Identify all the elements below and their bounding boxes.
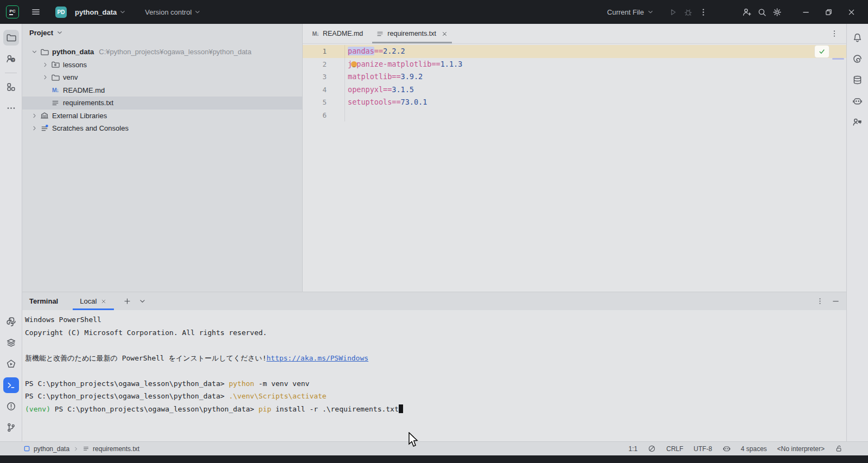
python-interpreter-widget[interactable]: <No interpreter> xyxy=(777,445,825,453)
line-number: 1 xyxy=(303,45,345,58)
intention-bulb-icon[interactable] xyxy=(351,61,357,67)
tool-ai-assistant-button[interactable] xyxy=(850,51,865,67)
hide-panel-icon[interactable] xyxy=(832,297,840,305)
close-icon[interactable] xyxy=(441,30,448,37)
project-badge[interactable]: PD xyxy=(55,7,67,18)
project-selector[interactable]: python_data xyxy=(72,4,130,20)
terminal-line xyxy=(25,364,846,377)
code-token: == xyxy=(392,72,400,81)
run-config-selector[interactable]: Current File xyxy=(604,4,658,20)
tree-item-label: Scratches and Consoles xyxy=(52,124,129,132)
tree-item-venv[interactable]: venv xyxy=(22,71,302,84)
terminal-line xyxy=(25,339,846,352)
chevron-right-icon[interactable] xyxy=(40,61,50,68)
tree-item-readme-md[interactable]: M↓README.md xyxy=(22,84,302,97)
inspection-highlight-widget[interactable] xyxy=(648,445,656,453)
tool-python-console-button[interactable] xyxy=(3,335,19,351)
breadcrumb-item[interactable]: python_data xyxy=(34,445,69,453)
copilot-status-widget[interactable] xyxy=(723,445,731,453)
settings-button[interactable] xyxy=(769,4,784,20)
kebab-icon[interactable] xyxy=(816,297,824,305)
caret-position-widget[interactable]: 1:1 xyxy=(629,445,638,453)
title-bar-actions: Current File xyxy=(604,0,868,24)
tree-item-requirements-txt[interactable]: requirements.txt xyxy=(22,97,302,110)
more-run-actions-button[interactable] xyxy=(695,4,711,20)
tool-copilot-button[interactable] xyxy=(850,93,865,109)
tree-item-icon xyxy=(50,60,60,69)
tool-project-button[interactable] xyxy=(3,30,19,46)
terminal-text: pip xyxy=(258,405,271,413)
editor-tab-readme-md[interactable]: M↓README.md xyxy=(305,24,369,43)
tool-people-question-button[interactable]: ? xyxy=(3,51,19,67)
chevron-right-icon[interactable] xyxy=(29,125,40,132)
code-line[interactable]: 1pandas==2.2.2 xyxy=(303,45,846,58)
line-separator-widget[interactable]: CRLF xyxy=(666,445,683,453)
tool-version-control-button[interactable] xyxy=(3,420,19,435)
lock-open-icon xyxy=(835,445,843,453)
tool-chat-button[interactable] xyxy=(850,114,865,130)
minimize-button[interactable] xyxy=(794,0,817,24)
terminal-text: PS C:\python_projects\ogawa_lesson\pytho… xyxy=(25,392,229,400)
vcs-widget[interactable]: Version control xyxy=(142,4,205,20)
tree-item-scratches-and-consoles[interactable]: Scratches and Consoles xyxy=(22,122,302,135)
kebab-icon[interactable] xyxy=(830,29,839,38)
tree-item-label: requirements.txt xyxy=(63,99,113,107)
tool-notifications-button[interactable] xyxy=(850,30,865,46)
main-menu-button[interactable] xyxy=(28,4,44,20)
add-user-button[interactable] xyxy=(739,4,754,20)
code-line[interactable]: 2japanize-matplotlib==1.1.3 xyxy=(303,58,846,71)
database-icon xyxy=(852,75,863,85)
tree-item-python-data[interactable]: python_dataC:¥python_projects¥ogawa_less… xyxy=(22,46,302,59)
editor-tab-label: README.md xyxy=(323,30,363,37)
tree-item-external-libraries[interactable]: External Libraries xyxy=(22,110,302,123)
code-line[interactable]: 3matplotlib==3.9.2 xyxy=(303,70,846,83)
tree-item-lessons[interactable]: lessons xyxy=(22,59,302,72)
indent-style-widget[interactable]: 4 spaces xyxy=(741,445,767,453)
folder-icon xyxy=(6,33,16,43)
restore-button[interactable] xyxy=(817,0,840,24)
search-everywhere-button[interactable] xyxy=(754,4,769,20)
editor-tab-requirements-txt[interactable]: requirements.txt xyxy=(369,24,455,43)
tool-services-button[interactable] xyxy=(3,356,19,372)
terminal-tab-dropdown-button[interactable] xyxy=(136,295,149,308)
tool-more-tool-windows-button[interactable] xyxy=(3,100,19,116)
tree-item-icon: M↓ xyxy=(50,86,60,95)
chevron-right-icon[interactable] xyxy=(40,74,50,81)
breadcrumb: python_datarequirements.txt xyxy=(23,445,139,453)
code-token: 1.1.3 xyxy=(441,60,463,68)
tool-database-button[interactable] xyxy=(850,72,865,88)
close-button[interactable] xyxy=(840,0,863,24)
tool-structure-button[interactable] xyxy=(3,79,19,95)
pycharm-logo-text: PC xyxy=(9,9,15,14)
breadcrumb-item[interactable]: requirements.txt xyxy=(93,445,139,453)
code-line[interactable]: 4openpyxl==3.1.5 xyxy=(303,83,846,97)
bell-icon xyxy=(852,33,863,43)
new-terminal-tab-button[interactable] xyxy=(120,295,133,308)
tool-problems-button[interactable] xyxy=(3,398,19,414)
run-button[interactable] xyxy=(665,4,680,20)
chevron-right-icon[interactable] xyxy=(29,112,40,119)
write-access-widget[interactable] xyxy=(835,445,843,453)
chevron-down-icon[interactable] xyxy=(29,48,40,56)
code-line[interactable]: 6 xyxy=(303,109,846,122)
pycharm-window: PC PD python_data Version control Curren… xyxy=(0,0,868,463)
minimize-icon xyxy=(802,8,810,16)
line-number: 5 xyxy=(303,96,345,109)
terminal-output[interactable]: Windows PowerShellCopyright (C) Microsof… xyxy=(22,310,846,415)
tool-python-packages-button[interactable] xyxy=(3,314,19,330)
pycharm-logo: PC xyxy=(6,5,19,18)
debug-button[interactable] xyxy=(680,4,695,20)
tool-terminal-button[interactable] xyxy=(3,377,19,393)
inspections-ok-widget[interactable] xyxy=(815,46,829,57)
terminal-link[interactable]: https://aka.ms/PSWindows xyxy=(266,354,368,362)
caret-position-label: 1:1 xyxy=(629,445,638,453)
close-icon xyxy=(847,8,856,16)
file-encoding-widget[interactable]: UTF-8 xyxy=(694,445,712,453)
code-editor[interactable]: 1pandas==2.2.22japanize-matplotlib==1.1.… xyxy=(303,44,846,293)
terminal-tab-local[interactable]: Local xyxy=(73,292,114,310)
folder-icon xyxy=(40,48,49,56)
project-panel-header[interactable]: Project xyxy=(22,24,302,41)
code-token: setuptools xyxy=(348,98,392,106)
close-icon[interactable] xyxy=(100,298,107,305)
code-line[interactable]: 5setuptools==73.0.1 xyxy=(303,96,846,109)
